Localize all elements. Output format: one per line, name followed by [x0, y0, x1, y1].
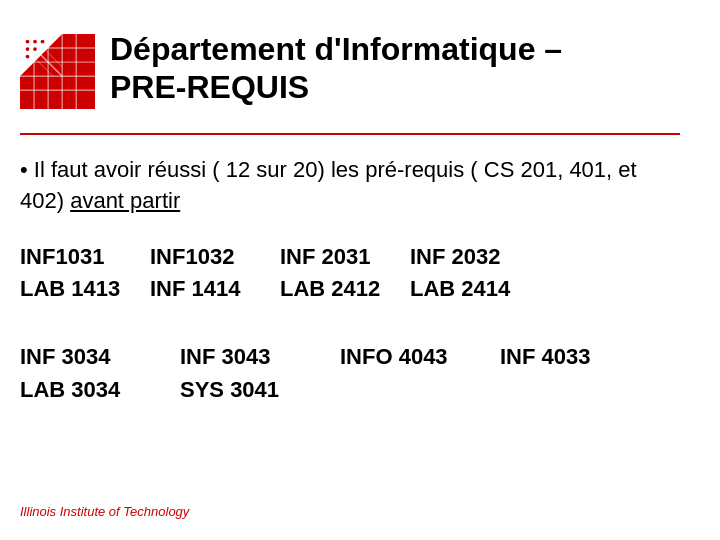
course-cell: INF1031	[20, 242, 150, 273]
footer-text: Illinois Institute of Technology	[20, 504, 189, 519]
svg-point-18	[33, 47, 37, 51]
course-cell	[500, 375, 660, 406]
course-row-4: LAB 3034 SYS 3041	[20, 375, 680, 406]
bullet-text: • Il faut avoir réussi ( 12 sur 20) les …	[20, 155, 680, 217]
course-row-2: LAB 1413 INF 1414 LAB 2412 LAB 2414	[20, 274, 680, 305]
course-group-2: INF 3034 INF 3043 INFO 4043 INF 4033 LAB…	[20, 342, 680, 408]
page-container: Département d'Informatique – PRE-REQUIS …	[0, 0, 720, 540]
course-cell: LAB 2414	[410, 274, 540, 305]
logo-container	[20, 34, 100, 113]
course-row-3: INF 3034 INF 3043 INFO 4043 INF 4033	[20, 342, 680, 373]
svg-point-17	[26, 47, 30, 51]
course-cell: INF 4033	[500, 342, 660, 373]
svg-point-16	[41, 40, 45, 44]
iit-logo-icon	[20, 34, 95, 109]
footer: Illinois Institute of Technology	[20, 502, 189, 520]
course-cell: INFO 4043	[340, 342, 500, 373]
underline-text: avant partir	[70, 188, 180, 213]
course-cell: INF 2032	[410, 242, 540, 273]
course-cell: LAB 2412	[280, 274, 410, 305]
course-cell: INF 3034	[20, 342, 180, 373]
title-container: Département d'Informatique – PRE-REQUIS	[110, 30, 680, 107]
course-cell: LAB 3034	[20, 375, 180, 406]
course-cell: INF 3043	[180, 342, 340, 373]
spacer	[20, 327, 680, 342]
bullet-symbol: •	[20, 157, 34, 182]
course-cell	[340, 375, 500, 406]
page-title: Département d'Informatique – PRE-REQUIS	[110, 30, 680, 107]
divider	[20, 133, 680, 135]
course-row-1: INF1031 INF1032 INF 2031 INF 2032	[20, 242, 680, 273]
course-cell: INF 2031	[280, 242, 410, 273]
svg-point-14	[26, 40, 30, 44]
course-group-1: INF1031 INF1032 INF 2031 INF 2032 LAB 14…	[20, 242, 680, 308]
svg-point-19	[26, 55, 30, 59]
bullet-section: • Il faut avoir réussi ( 12 sur 20) les …	[20, 155, 680, 217]
course-cell: SYS 3041	[180, 375, 340, 406]
course-cell: INF1032	[150, 242, 280, 273]
course-cell: INF 1414	[150, 274, 280, 305]
header-section: Département d'Informatique – PRE-REQUIS	[20, 30, 680, 113]
course-cell: LAB 1413	[20, 274, 150, 305]
svg-point-15	[33, 40, 37, 44]
